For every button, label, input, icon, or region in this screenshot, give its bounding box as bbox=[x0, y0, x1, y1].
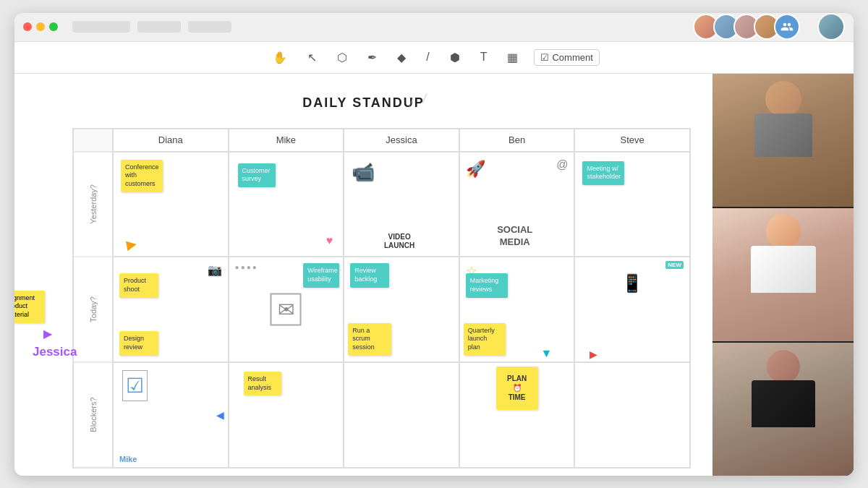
cell-ben-yesterday: 🚀 @ SOCIALMEDIA bbox=[459, 152, 575, 257]
video-slot-2 bbox=[712, 208, 854, 341]
sticky-tool[interactable]: ▦ bbox=[503, 48, 522, 67]
canvas[interactable]: DAILY STANDUP ⟋⟋ Diana Mike Jessica Ben … bbox=[14, 74, 712, 476]
ben-arrow: ▼ bbox=[541, 347, 553, 360]
comment-button[interactable]: ☑ Comment bbox=[534, 49, 599, 66]
col-header-jessica: Jessica bbox=[344, 129, 459, 152]
sticky-diana-y1[interactable]: Conference with customers bbox=[121, 160, 163, 192]
nav-item-1[interactable] bbox=[72, 21, 130, 33]
cell-ben-blockers: PLAN⏰TIME bbox=[459, 362, 575, 468]
jessica-arrow-outer: ▶ bbox=[43, 327, 52, 341]
cell-mike-blockers: Result analysis bbox=[229, 362, 344, 468]
cell-jessica-yesterday: 📹 VIDEOLAUNCH bbox=[344, 152, 459, 257]
sticky-steve-y1[interactable]: Meeting w/ stakeholder bbox=[582, 161, 624, 185]
cell-mike-today: ✉ Wireframe usability ●●●● bbox=[229, 257, 344, 362]
sticky-text: Customer survey bbox=[242, 167, 271, 183]
cell-steve-today: NEW 📱 Steve ▶ bbox=[574, 257, 690, 362]
shape-tool[interactable]: ⬢ bbox=[446, 48, 464, 67]
participants-avatars bbox=[693, 14, 800, 40]
cell-steve-yesterday: Meeting w/ stakeholder bbox=[574, 152, 690, 257]
dots-deco: ●●●● bbox=[235, 263, 258, 271]
sticky-text: Wireframe usability bbox=[307, 267, 338, 283]
hand-tool[interactable]: ✋ bbox=[268, 48, 292, 67]
social-media-text: SOCIALMEDIA bbox=[464, 224, 566, 249]
at-icon: @ bbox=[556, 158, 568, 171]
sticky-mike-b1[interactable]: Result analysis bbox=[244, 372, 281, 395]
sticky-diana-t2[interactable]: Design review bbox=[119, 331, 158, 355]
plan-time-sticky[interactable]: PLAN⏰TIME bbox=[496, 367, 538, 410]
row-label-blockers: Blockers? bbox=[73, 362, 113, 468]
nav-item-2[interactable] bbox=[137, 21, 181, 33]
sticky-text: Review backlog bbox=[354, 267, 377, 283]
col-header-steve: Steve bbox=[574, 129, 690, 152]
sticky-text: Marketing reviews bbox=[470, 277, 499, 293]
comment-label: Comment bbox=[552, 52, 592, 63]
cell-diana-today: 📷 Product shoot Design review bbox=[113, 257, 229, 362]
cell-diana-blockers: ☑ Mike ◀ bbox=[113, 362, 229, 468]
sticky-jessica-t1[interactable]: Review backlog bbox=[350, 263, 389, 287]
camera-deco-icon: 📷 bbox=[208, 263, 222, 277]
comment-icon: ☑ bbox=[540, 52, 549, 63]
wireframe-sketch: ✉ bbox=[271, 293, 302, 325]
cell-diana-yesterday: Conference with customers ▶ Diana bbox=[113, 152, 229, 257]
avatar-more[interactable] bbox=[774, 14, 800, 40]
minimize-button[interactable] bbox=[36, 22, 45, 31]
nav-item-3[interactable] bbox=[188, 21, 231, 33]
cell-jessica-today: Review backlog Run a scrum session bbox=[344, 257, 459, 362]
nav-bar bbox=[72, 21, 231, 33]
sticky-text: Run a scrum session bbox=[352, 327, 375, 351]
maximize-button[interactable] bbox=[49, 22, 58, 31]
sticky-text: Product shoot bbox=[124, 277, 146, 293]
new-badge: NEW bbox=[665, 261, 684, 269]
sticky-text: Conference with customers bbox=[125, 163, 159, 187]
text-tool[interactable]: T bbox=[476, 48, 492, 67]
steve-arrow: ▶ bbox=[590, 348, 597, 360]
sticky-text: Result analysis bbox=[248, 375, 272, 391]
select-tool[interactable]: ↖ bbox=[303, 48, 321, 67]
video-slot-3 bbox=[712, 343, 854, 476]
diana-arrow: ▶ bbox=[125, 236, 138, 253]
jessica-cursor-outer: Jessica bbox=[33, 345, 77, 359]
main-area: DAILY STANDUP ⟋⟋ Diana Mike Jessica Ben … bbox=[14, 74, 854, 476]
pen-tool[interactable]: ✒ bbox=[363, 48, 381, 67]
video-person-3 bbox=[712, 343, 854, 476]
line-tool[interactable]: / bbox=[422, 48, 433, 67]
video-slot-1 bbox=[712, 74, 854, 207]
sticky-ben-t2[interactable]: Quarterly launch plan bbox=[464, 323, 506, 356]
cell-jessica-blockers bbox=[344, 362, 459, 468]
mike-cursor-label: Mike bbox=[119, 455, 137, 463]
sticky-text: Meeting w/ stakeholder bbox=[587, 165, 621, 181]
traffic-lights bbox=[23, 22, 58, 31]
sticky-text: Design review bbox=[124, 335, 144, 351]
sticky-text: Quarterly launch plan bbox=[468, 327, 495, 351]
row-label-today: Today? bbox=[73, 257, 113, 362]
marker-tool[interactable]: ◆ bbox=[393, 48, 410, 67]
video-camera-icon: 📹 bbox=[352, 161, 375, 184]
cell-mike-yesterday: Customer survey ♥ bbox=[229, 152, 344, 257]
titlebar bbox=[14, 13, 854, 42]
video-person-2 bbox=[712, 208, 854, 341]
col-header-diana: Diana bbox=[113, 129, 229, 152]
outer-sticky-jessica[interactable]: Alignment product material bbox=[14, 291, 45, 323]
grid-corner bbox=[73, 129, 113, 152]
standup-grid: Diana Mike Jessica Ben Steve Yesterday? … bbox=[72, 128, 691, 468]
toolbar: ✋ ↖ ⬡ ✒ ◆ / ⬢ T ▦ ☑ Comment bbox=[14, 42, 854, 74]
video-panel bbox=[712, 74, 854, 476]
rocket-icon: 🚀 bbox=[466, 160, 485, 179]
cell-ben-today: ☆ Marketing reviews Quarterly launch pla… bbox=[459, 257, 575, 362]
sticky-diana-t1[interactable]: Product shoot bbox=[119, 273, 158, 297]
row-label-yesterday: Yesterday? bbox=[73, 152, 113, 257]
heart-icon: ♥ bbox=[326, 234, 333, 247]
app-window: ✋ ↖ ⬡ ✒ ◆ / ⬢ T ▦ ☑ Comment DAILY STANDU… bbox=[14, 13, 854, 476]
sticky-mike-y1[interactable]: Customer survey bbox=[238, 163, 276, 187]
current-user-avatar[interactable] bbox=[817, 13, 845, 40]
checklist-icon: ☑ bbox=[122, 370, 148, 401]
close-button[interactable] bbox=[23, 22, 32, 31]
sticky-mike-t1[interactable]: Wireframe usability bbox=[303, 263, 339, 287]
col-header-mike: Mike bbox=[229, 129, 344, 152]
video-person-1 bbox=[712, 74, 854, 207]
board: DAILY STANDUP ⟋⟋ Diana Mike Jessica Ben … bbox=[29, 88, 698, 476]
sticky-ben-t1[interactable]: Marketing reviews bbox=[466, 273, 508, 297]
eraser-tool[interactable]: ⬡ bbox=[333, 48, 352, 67]
col-header-ben: Ben bbox=[459, 129, 575, 152]
sticky-jessica-t2[interactable]: Run a scrum session bbox=[348, 323, 391, 356]
